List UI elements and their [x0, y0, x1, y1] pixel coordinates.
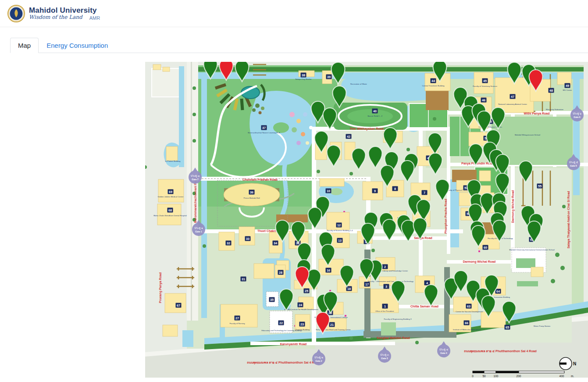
building-badge-45: 45 — [482, 79, 488, 83]
road-label: Prueang Panya Road — [159, 272, 162, 303]
building-badge-13: 13 — [337, 238, 343, 243]
app-name: AMR — [89, 16, 100, 21]
building-badge-2: 2 — [382, 264, 388, 269]
svg-text:Gate 6: Gate 6 — [574, 116, 581, 118]
building-badge-40: 40 — [372, 109, 378, 114]
building-badge-16: 16 — [326, 268, 331, 273]
svg-text:47: 47 — [511, 95, 514, 99]
svg-text:10: 10 — [327, 189, 330, 193]
svg-text:49: 49 — [566, 84, 569, 88]
svg-text:Gate 5: Gate 5 — [570, 164, 577, 167]
road-label: Phunphon Pracha Road — [444, 199, 448, 233]
building-label: Mahidol Wittayanusorn School — [515, 134, 540, 136]
svg-text:12: 12 — [337, 223, 341, 227]
svg-text:Gate 4: Gate 4 — [440, 352, 447, 354]
svg-text:55: 55 — [538, 184, 542, 188]
building-badge-47: 47 — [510, 94, 516, 99]
road-label: Borommaratchachonnani Road — [194, 177, 197, 223]
building — [320, 179, 344, 186]
svg-text:25: 25 — [305, 289, 308, 293]
svg-text:ประตู ๗: ประตู ๗ — [191, 175, 200, 178]
building — [239, 227, 255, 245]
campus-map: 1234567891012131516171820212223242527283… — [145, 62, 588, 378]
building — [531, 267, 543, 277]
road-label: Chitta Saman Road — [410, 305, 438, 308]
building-badge-3: 3 — [384, 284, 389, 289]
building-badge-31: 31 — [241, 277, 246, 282]
svg-text:46: 46 — [482, 98, 485, 102]
tab-map[interactable]: Map — [10, 38, 39, 53]
building-label: ASEAN Institute for Health Development — [284, 308, 318, 311]
building-badge-9: 9 — [372, 189, 378, 193]
svg-text:1: 1 — [384, 304, 386, 308]
svg-text:N: N — [573, 361, 576, 366]
svg-text:13: 13 — [338, 239, 342, 243]
tab-energy-consumption[interactable]: Energy Consumption — [39, 38, 116, 53]
building-badge-48: 48 — [549, 88, 554, 93]
building-label: Faculty of Physical Therapy — [446, 189, 470, 191]
svg-text:24: 24 — [299, 303, 302, 307]
building-badge-17: 17 — [364, 282, 370, 287]
building-badge-27: 27 — [235, 316, 240, 321]
scale-tick-label: 0 — [472, 375, 474, 378]
road-label: ถนนพุทธมณฑล สาย ๔ Phutthamonthon Sai 4 R… — [247, 361, 320, 364]
svg-text:68: 68 — [168, 208, 172, 212]
road-label: Salaya Road — [414, 236, 432, 240]
app-header: Mahidol University Wisdom of the Land AM… — [0, 0, 588, 27]
svg-text:63: 63 — [467, 304, 470, 308]
road-label: Darmong Wichai Road — [511, 190, 515, 223]
building-badge-28: 28 — [278, 270, 284, 275]
building-label: Salaya Dog Shelter — [295, 78, 312, 80]
building-label: Faculty of Nursing — [230, 322, 245, 325]
svg-text:44: 44 — [431, 79, 435, 83]
building-label: Institute of Molecular Biosciences — [453, 328, 481, 331]
svg-text:Gate 3: Gate 3 — [381, 357, 388, 360]
svg-text:65: 65 — [506, 325, 509, 329]
building-badge-38: 38 — [301, 73, 306, 78]
building — [163, 325, 178, 336]
building — [166, 146, 178, 161]
road-label: Kanghai Mahidol Road — [377, 336, 410, 340]
building — [153, 64, 161, 70]
svg-text:31: 31 — [242, 277, 245, 281]
building-label: Faculty of Science Building 1-4 — [327, 229, 353, 232]
building-badge-37: 37 — [261, 125, 267, 130]
building-label: Mahidol University International Demonst… — [509, 249, 554, 251]
svg-text:69: 69 — [169, 190, 172, 194]
svg-text:Gate 7: Gate 7 — [192, 178, 199, 181]
building-label: Maha Chakri Sirindhorn Dental Hospital — [153, 214, 187, 217]
building-label: In-Patient Building — [165, 160, 181, 162]
building-label: Electricity Substation — [546, 108, 563, 111]
road-label: Thin Witthayakan Road — [349, 127, 383, 131]
svg-text:4: 4 — [426, 281, 428, 285]
building — [165, 293, 186, 313]
scale-bar-segment — [484, 371, 496, 373]
brand-subtitle: Wisdom of the Land — [29, 14, 82, 20]
building-badge-32: 32 — [226, 241, 232, 246]
building-badge-22: 22 — [278, 321, 284, 325]
svg-text:8: 8 — [394, 187, 396, 191]
svg-text:Gate 2: Gate 2 — [315, 360, 322, 362]
building-badge-65: 65 — [505, 325, 510, 330]
mahidol-logo[interactable] — [7, 5, 25, 22]
svg-text:28: 28 — [279, 271, 282, 275]
svg-text:23: 23 — [300, 322, 304, 326]
building-label: Water Pump Station — [534, 325, 551, 327]
svg-text:37: 37 — [262, 126, 266, 130]
brand-block: Mahidol University Wisdom of the Land AM… — [29, 7, 100, 20]
svg-text:64: 64 — [496, 289, 500, 293]
svg-text:67: 67 — [177, 303, 180, 307]
svg-text:48: 48 — [549, 89, 553, 93]
road-label: ถนนพุทธมณฑล สาย ๔ Phutthamonthon Sai 4 R… — [464, 350, 537, 353]
building-badge-42: 42 — [346, 134, 352, 139]
road-label: Chonnani Prathan Road — [242, 178, 278, 181]
building-badge-69: 69 — [168, 189, 174, 194]
svg-text:ประตู ๒: ประตู ๒ — [314, 356, 323, 359]
building-badge-63: 63 — [466, 304, 472, 309]
svg-text:60: 60 — [484, 246, 487, 250]
svg-text:22: 22 — [279, 321, 283, 325]
building-label: Central Treatment Building — [422, 85, 445, 87]
building-label: Sireeruckhachati Nature Learning Park — [248, 132, 281, 134]
building-label: Office of the President — [375, 310, 394, 312]
building-label: Recreation of Water — [350, 83, 367, 85]
